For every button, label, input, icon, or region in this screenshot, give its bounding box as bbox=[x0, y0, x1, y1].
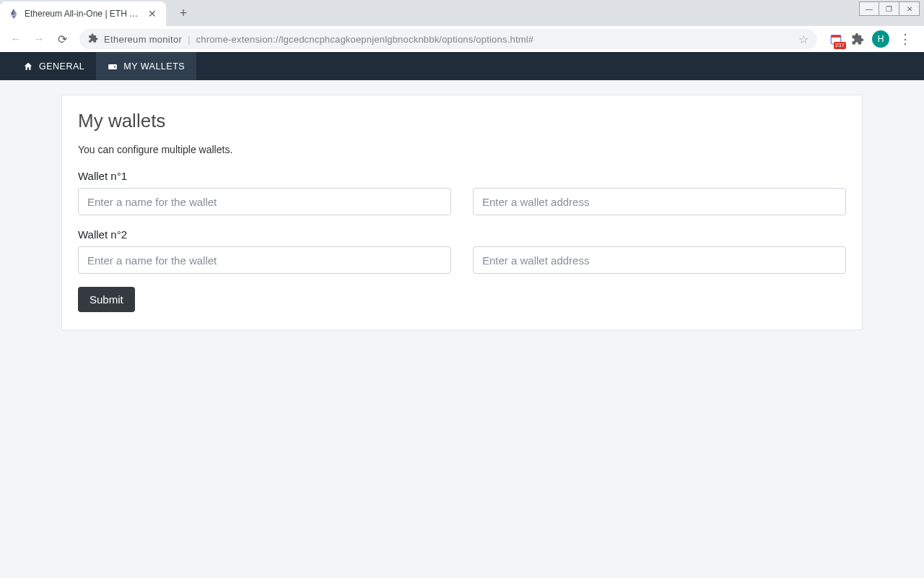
close-icon[interactable]: ✕ bbox=[147, 9, 157, 19]
calendar-extension-icon[interactable]: 237 bbox=[829, 32, 843, 46]
omnibox-url: chrome-extension://lgcedcncphcagkoepnjen… bbox=[196, 34, 534, 45]
svg-point-3 bbox=[114, 66, 116, 67]
page-subtitle: You can configure multiple wallets. bbox=[78, 144, 846, 155]
browser-menu-icon[interactable]: ⋮ bbox=[897, 31, 914, 47]
tab-strip: Ethereum All-in-One | ETH Ticker ✕ + — ❐… bbox=[0, 0, 924, 26]
submit-button[interactable]: Submit bbox=[78, 287, 135, 312]
avatar-letter: H bbox=[878, 34, 884, 44]
top-nav: GENERAL MY WALLETS bbox=[0, 52, 924, 80]
back-button[interactable]: ← bbox=[6, 29, 26, 49]
svg-rect-2 bbox=[108, 64, 117, 69]
home-icon bbox=[23, 61, 33, 72]
browser-toolbar: ← → ⟳ Ethereum monitor | chrome-extensio… bbox=[0, 26, 924, 52]
nav-my-wallets-label: MY WALLETS bbox=[123, 61, 185, 72]
page-content: GENERAL MY WALLETS My wallets You can co… bbox=[0, 52, 924, 578]
page-title: My wallets bbox=[78, 110, 846, 132]
nav-general-label: GENERAL bbox=[39, 61, 84, 72]
extensions-area: 237 H ⋮ bbox=[824, 30, 918, 48]
wallet-2-address-input[interactable] bbox=[473, 246, 846, 274]
extension-puzzle-icon bbox=[88, 33, 98, 46]
bookmark-star-icon[interactable]: ☆ bbox=[798, 33, 808, 46]
profile-avatar[interactable]: H bbox=[872, 30, 889, 48]
omnibox-app-name: Ethereum monitor bbox=[104, 34, 182, 45]
wallet-2-label: Wallet n°2 bbox=[78, 228, 846, 241]
omnibox-separator: | bbox=[188, 34, 190, 45]
browser-tab[interactable]: Ethereum All-in-One | ETH Ticker ✕ bbox=[0, 1, 166, 26]
close-window-button[interactable]: ✕ bbox=[899, 1, 920, 16]
tab-title: Ethereum All-in-One | ETH Ticker bbox=[25, 9, 141, 19]
new-tab-button[interactable]: + bbox=[173, 3, 193, 23]
reload-button[interactable]: ⟳ bbox=[52, 29, 72, 49]
wallet-icon bbox=[108, 61, 118, 72]
forward-button[interactable]: → bbox=[29, 29, 49, 49]
window-controls: — ❐ ✕ bbox=[859, 1, 920, 16]
wallet-1-label: Wallet n°1 bbox=[78, 170, 846, 182]
wallet-1-name-input[interactable] bbox=[78, 188, 451, 215]
maximize-button[interactable]: ❐ bbox=[879, 1, 899, 16]
wallet-2-name-input[interactable] bbox=[78, 246, 451, 274]
address-bar[interactable]: Ethereum monitor | chrome-extension://lg… bbox=[79, 29, 817, 49]
extensions-puzzle-icon[interactable] bbox=[850, 32, 865, 46]
ethereum-icon bbox=[9, 9, 19, 19]
browser-chrome: Ethereum All-in-One | ETH Ticker ✕ + — ❐… bbox=[0, 0, 924, 52]
nav-my-wallets[interactable]: MY WALLETS bbox=[96, 52, 196, 80]
nav-general[interactable]: GENERAL bbox=[12, 52, 96, 80]
wallets-card: My wallets You can configure multiple wa… bbox=[61, 95, 863, 330]
extension-badge: 237 bbox=[834, 42, 846, 49]
minimize-button[interactable]: — bbox=[859, 1, 879, 16]
svg-rect-1 bbox=[831, 35, 841, 38]
wallet-1-address-input[interactable] bbox=[473, 188, 846, 215]
